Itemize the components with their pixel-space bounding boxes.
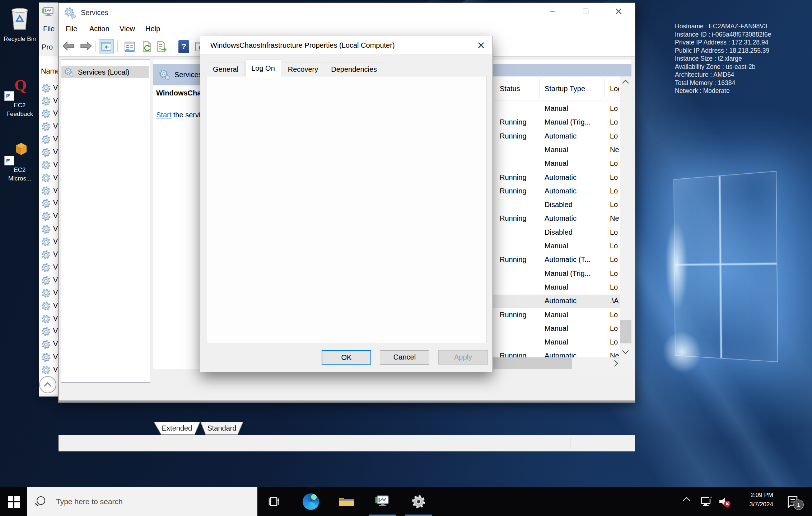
gear-icon	[41, 314, 51, 324]
task-view-icon[interactable]	[266, 493, 283, 510]
background-service-row[interactable]: V	[39, 83, 59, 95]
toggle-console-tree-icon[interactable]	[99, 39, 114, 53]
background-service-row[interactable]: V	[39, 249, 59, 261]
start-service-link[interactable]: Start	[156, 111, 171, 119]
background-service-row[interactable]: V	[39, 352, 59, 364]
column-header-status[interactable]: Status	[500, 85, 520, 93]
background-service-row[interactable]: V	[39, 326, 59, 338]
background-service-row[interactable]: V	[39, 172, 59, 184]
system-info-line: Availability Zone : us-east-2b	[675, 63, 771, 71]
scroll-right-arrow[interactable]	[611, 360, 618, 366]
services-window-title: Services	[81, 3, 108, 23]
services-app-icon	[64, 7, 76, 19]
background-service-row[interactable]: V	[39, 211, 59, 223]
gear-icon	[41, 96, 51, 106]
vertical-scrollbar[interactable]	[620, 76, 631, 357]
background-service-row[interactable]: V	[39, 95, 59, 108]
start-button[interactable]	[0, 487, 27, 516]
tab-log-on[interactable]: Log On	[245, 60, 281, 77]
desktop-icon-ec2-microsoft[interactable]: EC2Micros...	[0, 142, 39, 183]
export-list-icon[interactable]	[155, 41, 168, 53]
background-service-row[interactable]: V	[39, 121, 59, 133]
background-service-row[interactable]: V	[39, 313, 59, 325]
tab-recovery[interactable]: Recovery	[282, 62, 324, 76]
tab-extended[interactable]: Extended	[154, 422, 200, 435]
background-service-row[interactable]: V	[39, 339, 59, 351]
background-service-row[interactable]: V	[39, 108, 59, 120]
tree-item-services-local[interactable]: Services (Local)	[61, 66, 149, 78]
volume-muted-icon[interactable]	[717, 495, 732, 511]
ec2-feedback-label1: EC2	[14, 102, 25, 109]
apply-button[interactable]: Apply	[438, 350, 488, 365]
column-header-log-on-as[interactable]: Log On As	[610, 85, 619, 93]
scroll-up-arrow[interactable]	[622, 80, 629, 86]
forward-icon[interactable]	[79, 41, 93, 52]
background-service-row[interactable]: V	[39, 198, 59, 210]
system-info-line: Public IP Address : 18.218.255.39	[675, 47, 771, 55]
perfmon-icon	[42, 5, 55, 18]
background-window-file-menu[interactable]: File	[43, 25, 55, 33]
maximize-button[interactable]	[577, 4, 594, 19]
background-service-row[interactable]: V	[39, 159, 59, 172]
scroll-down-arrow[interactable]	[622, 347, 629, 354]
background-service-row[interactable]: V	[39, 236, 59, 248]
desktop-icon-recycle-bin[interactable]: Recycle Bin	[0, 4, 39, 43]
ec2-micro-label2: Micros...	[8, 175, 31, 182]
tab-general[interactable]: General	[207, 62, 244, 76]
desktop-icon-ec2-feedback[interactable]: Q EC2Feedback	[0, 78, 39, 118]
background-service-row[interactable]: V	[39, 134, 59, 146]
file-explorer-icon[interactable]	[337, 493, 354, 510]
background-service-row[interactable]: V	[39, 287, 59, 300]
notification-badge: 1	[793, 499, 804, 510]
background-service-row[interactable]: V	[39, 300, 59, 313]
background-service-row[interactable]: V	[39, 224, 59, 236]
dialog-titlebar[interactable]: WindowsChaosInfrastructure Properties (L…	[200, 36, 493, 54]
running-indicator	[369, 515, 396, 516]
menu-view[interactable]: View	[120, 25, 135, 33]
gear-icon	[41, 352, 51, 362]
gear-icon	[41, 250, 51, 260]
vscroll-thumb[interactable]	[620, 320, 631, 343]
minimize-button[interactable]	[544, 4, 561, 19]
close-button[interactable]: ×	[610, 4, 627, 19]
edge-icon[interactable]	[303, 493, 319, 510]
background-window-pro[interactable]: Pro	[42, 43, 53, 51]
dialog-close-button[interactable]: ×	[472, 38, 490, 53]
menu-action[interactable]: Action	[89, 25, 109, 33]
network-icon[interactable]	[699, 495, 713, 510]
ok-button[interactable]: OK	[322, 350, 371, 365]
gear-icon	[41, 263, 51, 273]
services-titlebar[interactable]: Services ×	[59, 3, 635, 23]
back-icon[interactable]	[61, 41, 76, 52]
tray-clock[interactable]: 2:09 PM 3/7/2024	[735, 491, 773, 509]
background-service-row[interactable]: V	[39, 275, 59, 287]
gear-icon	[41, 173, 51, 183]
services-taskbar-icon[interactable]	[410, 493, 427, 510]
background-service-row[interactable]: V	[39, 364, 59, 376]
menu-help[interactable]: Help	[145, 25, 160, 33]
cancel-button[interactable]: Cancel	[380, 350, 429, 365]
name-column-header[interactable]: Name	[41, 67, 58, 75]
properties-icon[interactable]	[123, 41, 136, 53]
help-icon[interactable]: ?	[178, 40, 189, 53]
gear-icon	[41, 301, 51, 311]
console-tree-panel: Services (Local)	[61, 60, 150, 383]
tray-chevron-icon[interactable]	[683, 497, 690, 505]
tray-date: 3/7/2024	[735, 500, 773, 509]
menu-file[interactable]: File	[66, 25, 77, 33]
tab-dependencies[interactable]: Dependencies	[325, 62, 383, 76]
background-service-row[interactable]: V	[39, 147, 59, 159]
taskbar-search[interactable]: Type here to search	[27, 487, 257, 516]
system-info-line: Architecture : AMD64	[675, 71, 771, 79]
background-service-row[interactable]: V	[39, 185, 59, 197]
refresh-icon[interactable]	[140, 41, 153, 53]
background-service-row[interactable]: V	[39, 262, 59, 274]
scroll-up-button[interactable]	[39, 376, 56, 393]
ec2-cube-icon	[14, 142, 28, 156]
column-header-startup-type[interactable]: Startup Type	[545, 85, 585, 93]
perfmon-taskbar-icon[interactable]	[374, 493, 391, 510]
gear-icon	[41, 288, 51, 298]
tab-standard[interactable]: Standard	[201, 422, 243, 435]
gear-icon	[41, 365, 51, 375]
gear-icon	[41, 135, 51, 145]
